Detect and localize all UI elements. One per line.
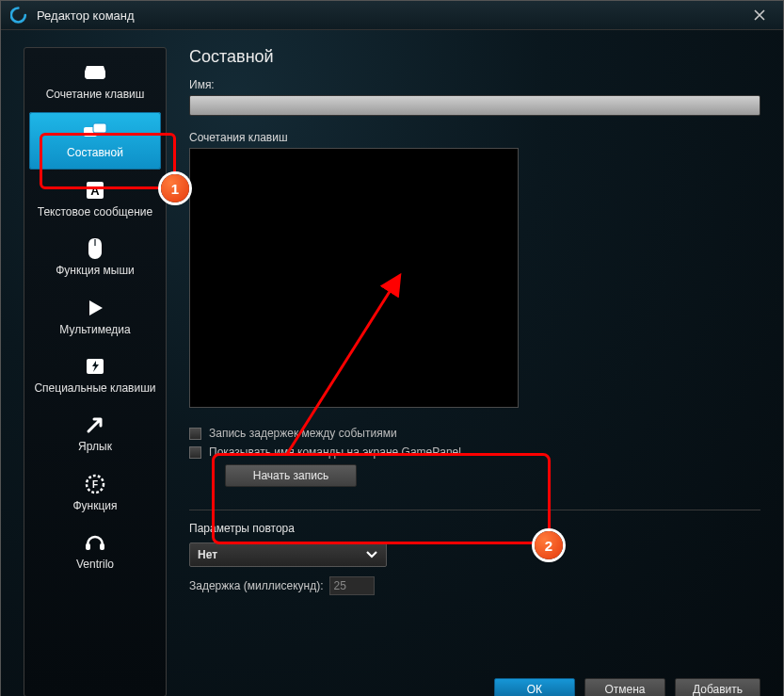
sidebar-item-label: Мультимедиа: [59, 323, 130, 336]
sidebar-item-keystroke[interactable]: Сочетание клавиш: [29, 54, 161, 110]
mouse-icon: [87, 237, 104, 260]
add-button[interactable]: Добавить: [675, 678, 760, 696]
shortcut-arrow-icon: [85, 413, 105, 436]
logitech-logo-icon: [10, 6, 29, 24]
play-icon: [86, 297, 104, 319]
svg-text:F: F: [92, 479, 98, 490]
sidebar-item-label: Составной: [67, 146, 123, 159]
delay-input[interactable]: [329, 576, 375, 595]
sidebar-item-label: Функция мыши: [56, 264, 135, 277]
panel-heading: Составной: [189, 47, 760, 67]
delay-label: Задержка (миллисекунд):: [189, 579, 324, 592]
sidebar-item-ventrilo[interactable]: Ventrilo: [29, 524, 161, 580]
chevron-down-icon: [365, 547, 378, 562]
svg-text:A: A: [90, 184, 100, 198]
sidebar-item-media[interactable]: Мультимедиа: [29, 289, 161, 346]
sidebar-item-label: Сочетание клавиш: [46, 88, 145, 101]
sidebar: Сочетание клавиш Составной A Текстовое с…: [24, 47, 167, 696]
name-label: Имя:: [189, 78, 760, 91]
sidebar-item-hotkeys[interactable]: Специальные клавиши: [29, 348, 161, 404]
repeat-title: Параметры повтора: [189, 522, 760, 535]
delay-row: Задержка (миллисекунд):: [189, 576, 760, 595]
keys-label: Сочетания клавиш: [189, 131, 760, 144]
repeat-value: Нет: [198, 548, 217, 561]
divider: [189, 510, 760, 510]
main-panel: Составной Имя: Сочетания клавиш Запись з…: [167, 47, 760, 696]
svg-rect-1: [93, 123, 106, 133]
name-input[interactable]: [189, 95, 760, 116]
ok-button[interactable]: ОК: [494, 678, 575, 696]
cancel-button[interactable]: Отмена: [584, 678, 665, 696]
sidebar-item-label: Ярлык: [78, 440, 112, 453]
sidebar-item-label: Специальные клавиши: [34, 381, 155, 395]
sidebar-item-shortcut[interactable]: Ярлык: [29, 406, 161, 462]
close-button[interactable]: [745, 1, 774, 29]
checkbox-show-name[interactable]: [189, 446, 201, 459]
record-delays-row[interactable]: Запись задержек между событиями: [189, 427, 760, 440]
command-editor-window: Редактор команд Сочетание клавиш: [0, 0, 784, 696]
keystrokes-area[interactable]: [189, 148, 519, 408]
window-body: Сочетание клавиш Составной A Текстовое с…: [1, 30, 783, 696]
checkbox-record-delays[interactable]: [189, 428, 201, 440]
titlebar: Редактор команд: [1, 1, 783, 30]
show-name-row[interactable]: Показывать имя команды на экране GamePan…: [189, 445, 760, 459]
headset-icon: [84, 531, 106, 554]
repeat-select[interactable]: Нет: [189, 542, 387, 567]
svg-rect-9: [100, 543, 104, 550]
sidebar-item-mouse[interactable]: Функция мыши: [29, 230, 161, 286]
show-name-label: Показывать имя команды на экране GamePan…: [209, 445, 461, 459]
sidebar-item-label: Текстовое сообщение: [38, 205, 152, 219]
window-title: Редактор команд: [37, 8, 135, 23]
gear-icon: F: [85, 473, 105, 495]
sidebar-item-label: Функция: [72, 499, 117, 512]
record-delays-label: Запись задержек между событиями: [209, 427, 397, 440]
sidebar-item-function[interactable]: F Функция: [29, 465, 161, 522]
footer-buttons: ОК Отмена Добавить: [494, 678, 760, 696]
keyboard-icon: [83, 61, 107, 84]
start-record-button[interactable]: Начать запись: [225, 464, 357, 487]
text-icon: A: [85, 179, 105, 202]
sidebar-item-multikey[interactable]: Составной: [29, 112, 161, 169]
sidebar-item-label: Ventrilo: [76, 558, 114, 571]
svg-rect-8: [86, 543, 90, 550]
multikey-icon: [82, 120, 108, 142]
sidebar-item-text[interactable]: A Текстовое сообщение: [29, 171, 161, 228]
lightning-key-icon: [85, 355, 105, 378]
